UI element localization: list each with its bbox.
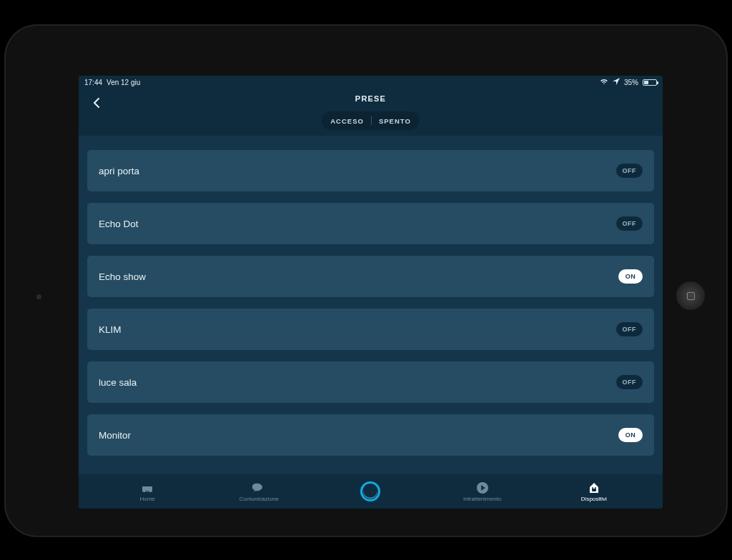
all-on-button[interactable]: ACCESO xyxy=(330,117,364,125)
device-name: Echo show xyxy=(99,271,146,282)
battery-fill xyxy=(644,81,648,84)
status-time: 17:44 xyxy=(84,79,102,86)
status-bar: 17:44 Ven 12 giu 35% xyxy=(79,76,663,89)
all-off-button[interactable]: SPENTO xyxy=(379,117,411,125)
device-toggle[interactable]: ON xyxy=(618,428,643,442)
app-screen: 17:44 Ven 12 giu 35% xyxy=(79,76,663,509)
nav-comms[interactable]: Comunicazione xyxy=(227,481,291,502)
app-header: PRESE ACCESO SPENTO xyxy=(79,89,663,136)
home-icon xyxy=(141,481,154,494)
location-icon xyxy=(613,78,620,86)
device-row[interactable]: luce salaOFF xyxy=(87,361,654,403)
device-name: apri porta xyxy=(99,166,139,176)
chevron-left-icon xyxy=(92,98,102,108)
device-toggle[interactable]: OFF xyxy=(616,216,643,231)
page-title: PRESE xyxy=(355,94,386,103)
nav-devices-label: Dispositivi xyxy=(581,496,607,502)
device-row[interactable]: MonitorON xyxy=(87,414,654,456)
front-camera-dot xyxy=(36,294,41,299)
nav-home-label: Home xyxy=(139,496,154,502)
status-date: Ven 12 giu xyxy=(107,79,140,86)
nav-devices[interactable]: Dispositivi xyxy=(562,481,626,502)
device-row[interactable]: Echo showON xyxy=(87,256,654,297)
device-name: KLIM xyxy=(99,324,122,335)
device-toggle[interactable]: OFF xyxy=(616,164,643,178)
device-row[interactable]: Echo DotOFF xyxy=(87,203,654,244)
nav-comms-label: Comunicazione xyxy=(239,496,279,502)
bottom-nav: Home Comunicazione Intrattenimento xyxy=(79,474,663,509)
nav-entertainment[interactable]: Intrattenimento xyxy=(450,481,515,502)
home-button[interactable] xyxy=(676,281,705,310)
power-toggle-group: ACCESO SPENTO xyxy=(322,111,420,130)
svg-rect-2 xyxy=(592,489,596,491)
tablet-frame: 17:44 Ven 12 giu 35% xyxy=(4,24,728,537)
device-row[interactable]: KLIMOFF xyxy=(87,309,654,350)
nav-entertainment-label: Intrattenimento xyxy=(463,496,501,502)
device-name: luce sala xyxy=(99,377,137,388)
status-battery-pct: 35% xyxy=(624,79,638,86)
chat-icon xyxy=(252,481,265,494)
segment-divider xyxy=(371,116,372,125)
device-toggle[interactable]: ON xyxy=(618,269,643,284)
play-icon xyxy=(476,481,489,494)
device-list: apri portaOFFEcho DotOFFEcho showONKLIMO… xyxy=(79,136,663,474)
device-row[interactable]: apri portaOFF xyxy=(87,150,654,191)
alexa-icon xyxy=(360,485,380,498)
battery-icon xyxy=(643,79,657,86)
device-name: Monitor xyxy=(99,430,131,441)
back-button[interactable] xyxy=(89,94,106,111)
device-name: Echo Dot xyxy=(99,219,139,229)
svg-rect-0 xyxy=(145,491,149,492)
nav-alexa[interactable] xyxy=(338,485,402,498)
wifi-icon xyxy=(600,78,608,86)
nav-home[interactable]: Home xyxy=(115,481,179,502)
device-toggle[interactable]: OFF xyxy=(616,322,643,336)
device-toggle[interactable]: OFF xyxy=(616,375,643,389)
house-plug-icon xyxy=(588,481,600,494)
